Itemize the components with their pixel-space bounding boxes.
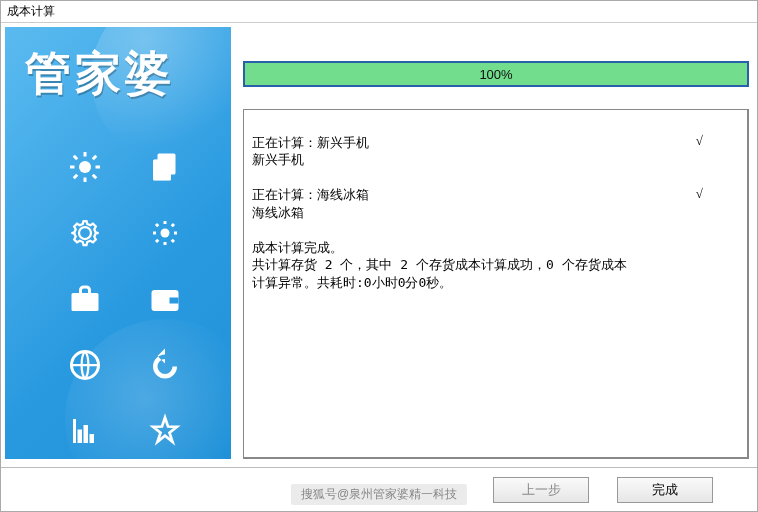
svg-point-12 bbox=[161, 229, 170, 238]
svg-rect-13 bbox=[72, 293, 99, 311]
progress-bar: 100% bbox=[243, 61, 749, 87]
svg-line-5 bbox=[74, 156, 77, 159]
footer-bar: 上一步 完成 bbox=[1, 467, 757, 511]
window-title: 成本计算 bbox=[1, 1, 757, 23]
log-output: 正在计算：新兴手机 新兴手机√ 正在计算：海线冰箱 海线冰箱√ 成本计算完成。 … bbox=[243, 109, 749, 459]
svg-line-7 bbox=[74, 175, 77, 178]
copy-icon bbox=[135, 137, 195, 197]
finish-button[interactable]: 完成 bbox=[617, 477, 713, 503]
globe-icon bbox=[55, 335, 115, 395]
svg-rect-15 bbox=[170, 298, 179, 304]
gear-icon bbox=[55, 203, 115, 263]
star-icon bbox=[135, 401, 195, 459]
content-area: 管家婆 100% 正在计算：新兴手机 新兴手机√ 正在计算：海线冰箱 海线冰箱√… bbox=[1, 23, 757, 467]
main-panel: 100% 正在计算：新兴手机 新兴手机√ 正在计算：海线冰箱 海线冰箱√ 成本计… bbox=[243, 27, 749, 459]
brand-logo: 管家婆 bbox=[25, 43, 175, 105]
sun-icon bbox=[55, 137, 115, 197]
chart-icon bbox=[55, 401, 115, 459]
briefcase-icon bbox=[55, 269, 115, 329]
check-icon: √ bbox=[696, 132, 703, 150]
svg-line-8 bbox=[93, 156, 96, 159]
svg-point-0 bbox=[79, 161, 91, 173]
prev-button[interactable]: 上一步 bbox=[493, 477, 589, 503]
decorative-icon-grid bbox=[55, 137, 195, 459]
progress-label: 100% bbox=[479, 67, 512, 82]
svg-line-6 bbox=[93, 175, 96, 178]
svg-rect-11 bbox=[153, 160, 171, 181]
undo-icon bbox=[135, 335, 195, 395]
gear-small-icon bbox=[135, 203, 195, 263]
wallet-icon bbox=[135, 269, 195, 329]
check-icon: √ bbox=[696, 185, 703, 203]
side-panel: 管家婆 bbox=[5, 27, 231, 459]
